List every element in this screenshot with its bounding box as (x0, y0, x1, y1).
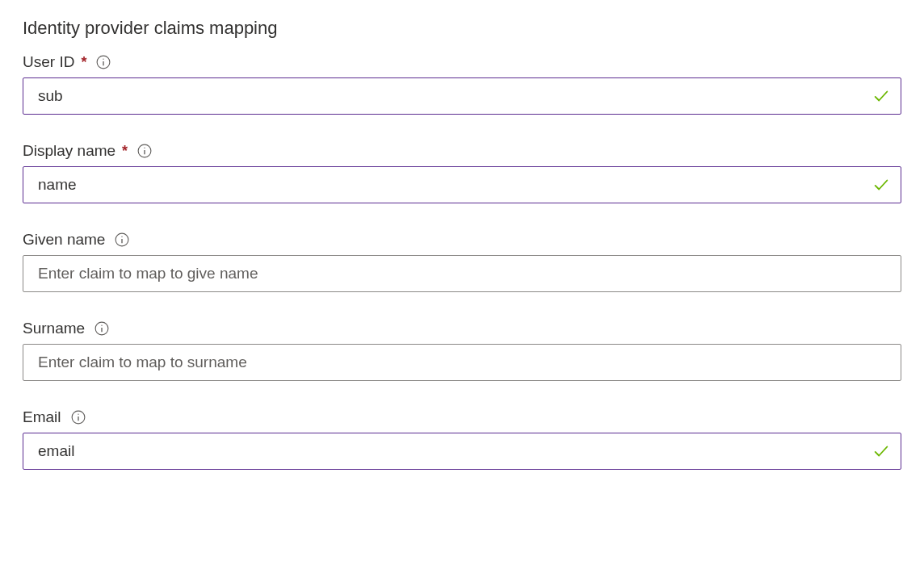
input-wrapper-display-name (23, 166, 901, 203)
info-icon[interactable] (96, 55, 111, 69)
label-email: Email (23, 408, 61, 426)
label-row-surname: Surname (23, 320, 901, 337)
claims-mapping-section: Identity provider claims mapping User ID… (0, 0, 924, 515)
label-row-display-name: Display name * (23, 142, 901, 160)
form-group-user-id: User ID * (23, 53, 901, 115)
form-group-surname: Surname (23, 320, 901, 381)
svg-point-13 (78, 414, 78, 415)
input-wrapper-user-id (23, 77, 901, 115)
label-given-name: Given name (23, 231, 105, 249)
info-icon[interactable] (115, 232, 129, 247)
label-surname: Surname (23, 320, 85, 337)
svg-point-4 (144, 148, 145, 149)
email-input[interactable] (23, 433, 901, 470)
form-group-display-name: Display name * (23, 142, 901, 203)
info-icon[interactable] (94, 321, 109, 336)
required-asterisk: * (81, 54, 86, 71)
svg-point-7 (122, 236, 123, 237)
info-icon[interactable] (137, 144, 152, 158)
label-row-user-id: User ID * (23, 53, 901, 71)
form-group-given-name: Given name (23, 231, 901, 292)
input-wrapper-surname (23, 344, 901, 381)
label-row-email: Email (23, 408, 901, 426)
label-user-id: User ID (23, 53, 74, 71)
input-wrapper-given-name (23, 255, 901, 292)
svg-point-10 (101, 325, 102, 326)
user-id-input[interactable] (23, 77, 901, 115)
required-asterisk: * (122, 143, 128, 160)
surname-input[interactable] (23, 344, 901, 381)
display-name-input[interactable] (23, 166, 901, 203)
svg-point-1 (103, 59, 104, 60)
section-title: Identity provider claims mapping (23, 18, 901, 39)
input-wrapper-email (23, 433, 901, 470)
given-name-input[interactable] (23, 255, 901, 292)
form-group-email: Email (23, 408, 901, 470)
info-icon[interactable] (71, 410, 86, 425)
label-display-name: Display name (23, 142, 116, 160)
label-row-given-name: Given name (23, 231, 901, 249)
